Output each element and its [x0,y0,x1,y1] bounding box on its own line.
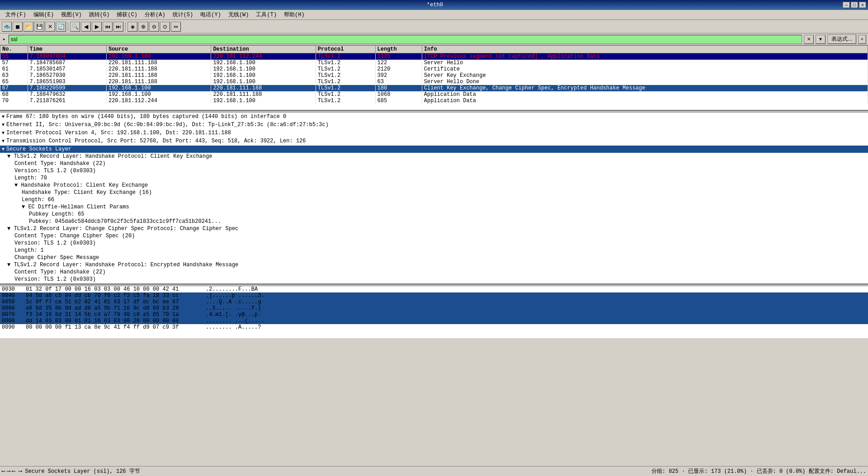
detail-row[interactable]: Pubkey: 045da6c584ddcb70f0c2f3c5fa1833cc… [0,218,868,225]
menu-item-跳转[interactable]: 跳转(G) [85,10,113,19]
toolbar-colorize[interactable]: ◈ [127,22,137,32]
toolbar-zoom-out[interactable]: ⊖ [149,22,159,32]
detail-row[interactable]: Change Cipher Spec Message [0,254,868,261]
section-header-ssl[interactable]: ▼Secure Sockets Layer [0,146,868,153]
nav-back-icon[interactable]: ⟵ [2,468,5,475]
detail-row[interactable]: ▼ TLSv1.2 Record Layer: Change Cipher Sp… [0,225,868,232]
detail-row[interactable]: Version: TLS 1.2 (0x0303) [0,276,868,283]
toolbar-save[interactable]: 💾 [34,22,44,32]
hex-bytes: a6 8d 35 8b 9d ad d8 a5 9b f1 16 0c d0 6… [26,305,202,311]
menu-item-编辑[interactable]: 编辑(E) [30,10,58,19]
toolbar-next[interactable]: ▶ [92,22,102,32]
cell-0: 57 [0,60,28,66]
detail-row[interactable]: Length: 1 [0,247,868,254]
table-row[interactable]: 577.184785687220.181.111.188192.168.1.10… [0,60,868,66]
hex-row[interactable]: 0070f3 34 16 6d 31 14 5b c4 a7 79 40 c9 … [0,311,868,318]
toolbar-close[interactable]: ✕ [45,22,55,32]
section-header-frame[interactable]: ▼Frame 67: 180 bytes on wire (1440 bits)… [0,113,868,120]
menu-item-分析[interactable]: 分析(A) [141,10,169,19]
table-row[interactable]: 657.186551903220.181.111.188192.168.1.10… [0,79,868,85]
toolbar-find[interactable]: 🔍 [70,22,80,32]
section-header-tcp[interactable]: ▼Transmission Control Protocol, Src Port… [0,137,868,145]
hex-bytes: 04 5d a6 c5 84 dd cb 70 f0 c2 f3 c5 fa 1… [26,292,202,299]
col-no[interactable]: No. [0,46,28,53]
toolbar-zoom-reset[interactable]: ⊙ [160,22,170,32]
toolbar-sep-2 [125,22,126,31]
detail-row[interactable]: Length: 70 [0,174,868,182]
filter-clear-btn[interactable]: ✕ [804,35,814,44]
toolbar-start-capture[interactable]: 🐟 [2,22,12,32]
detail-row[interactable]: ▼ TLSv1.2 Record Layer: Handshake Protoc… [0,261,868,269]
table-row[interactable]: 617.185301457220.181.111.188192.168.1.10… [0,66,868,72]
menu-item-视图[interactable]: 视图(V) [57,10,85,19]
filter-drop-btn[interactable]: ▼ [816,35,826,44]
filter-input[interactable] [9,35,802,44]
section-header-ethernet[interactable]: ▼Ethernet II, Src: Universa_09:bc:9d (6c… [0,121,868,128]
detail-row[interactable]: ▼ EC Diffie-Hellman Client Params [0,203,868,211]
table-row[interactable]: 677.188220599192.168.1.100220.181.111.18… [0,85,868,91]
cell-0: 55 [0,53,28,60]
section-header-ip[interactable]: ▼Internet Protocol Version 4, Src: 192.1… [0,129,868,137]
detail-row[interactable]: Length: 66 [0,196,868,203]
cell-4: TLSv1.2 [316,66,375,72]
status-left: ⟵ ⟶ ⟵ ⟶ Secure Sockets Layer (ssl), 126 … [2,467,140,475]
col-proto[interactable]: Protocol [316,46,375,53]
table-row[interactable]: 687.188479632192.168.1.100220.181.111.18… [0,91,868,98]
maximize-btn[interactable]: □ [851,2,858,8]
nav-fwd-icon[interactable]: ⟶ [7,468,10,475]
detail-row[interactable]: Content Type: Handshake (22) [0,269,868,276]
detail-row[interactable]: Version: TLS 1.2 (0x0303) [0,240,868,247]
minimize-btn[interactable]: — [843,2,850,8]
toolbar-last[interactable]: ⏭ [113,22,123,32]
menu-item-无线[interactable]: 无线(W) [225,10,253,19]
close-btn[interactable]: ✕ [859,2,866,8]
cell-5: 685 [375,98,422,104]
window-controls[interactable]: — □ ✕ [843,2,868,8]
col-len[interactable]: Length [375,46,422,53]
triangle-icon: ▼ [2,123,5,127]
menu-item-捕获[interactable]: 捕获(C) [113,10,141,19]
col-dst[interactable]: Destination [211,46,316,53]
detail-row[interactable]: Version: TLS 1.2 (0x0303) [0,167,868,174]
hex-row[interactable]: 00501c 9f f7 ca 51 b2 02 41 81 63 17 df … [0,299,868,305]
hex-offset: 0070 [2,311,22,318]
toolbar-open[interactable]: 📂 [24,22,33,32]
detail-row[interactable]: Content Type: Handshake (22) [0,160,868,167]
filter-add-btn[interactable]: + [858,35,866,44]
menu-item-统计[interactable]: 统计(S) [169,10,197,19]
filter-expr-btn[interactable]: 表达式... [827,34,856,44]
hex-row[interactable]: 0080dd 14 03 03 00 01 01 16 03 03 00 28 … [0,318,868,324]
hex-ascii: ....Q..A .c.....g [206,299,261,305]
detail-row[interactable]: Content Type: Change Cipher Spec (20) [0,232,868,240]
detail-row[interactable]: Pubkey Length: 65 [0,211,868,218]
hex-row[interactable]: 0060a6 8d 35 8b 9d ad d8 a5 9b f1 16 0c … [0,305,868,311]
triangle-icon: ▼ [2,131,5,136]
toolbar-first[interactable]: ⏮ [103,22,113,32]
menu-item-电话[interactable]: 电话(Y) [197,10,225,19]
cell-1: 7.211876261 [28,98,106,104]
table-row[interactable]: 557.180097884192.168.1.100220.181.112.24… [0,53,868,60]
window-title: *eth0 [27,2,843,8]
toolbar-resize-cols[interactable]: ⇔ [171,22,181,32]
menu-item-工具[interactable]: 工具(T) [252,10,280,19]
col-time[interactable]: Time [28,46,106,53]
hex-bytes: 00 00 00 00 f1 13 ca 8e 9c 41 f4 ff d9 0… [26,324,202,330]
toolbar-prev[interactable]: ◀ [81,22,91,32]
cell-1: 7.185301457 [28,66,106,72]
hex-row[interactable]: 009000 00 00 00 f1 13 ca 8e 9c 41 f4 ff … [0,324,868,330]
menu-item-帮助[interactable]: 帮助(H) [280,10,308,19]
detail-row[interactable]: Handshake Type: Client Key Exchange (16) [0,189,868,196]
menu-item-文件[interactable]: 文件(F) [2,10,30,19]
toolbar-reload[interactable]: 🔄 [56,22,66,32]
col-src[interactable]: Source [106,46,211,53]
col-info[interactable]: Info [422,46,868,53]
toolbar-stop-capture[interactable]: ◼ [13,22,23,32]
hex-row[interactable]: 004004 5d a6 c5 84 dd cb 70 f0 c2 f3 c5 … [0,292,868,299]
toolbar-zoom-in[interactable]: ⊕ [138,22,148,32]
cell-5: 63 [375,79,422,85]
table-row[interactable]: 637.186527030220.181.111.188192.168.1.10… [0,72,868,79]
detail-row[interactable]: ▼ Handshake Protocol: Client Key Exchang… [0,182,868,189]
table-row[interactable]: 707.211876261220.181.112.244192.168.1.10… [0,98,868,104]
detail-row[interactable]: ▼ TLSv1.2 Record Layer: Handshake Protoc… [0,153,868,160]
hex-row[interactable]: 003001 32 0f 17 00 00 16 03 03 00 46 10 … [0,286,868,292]
